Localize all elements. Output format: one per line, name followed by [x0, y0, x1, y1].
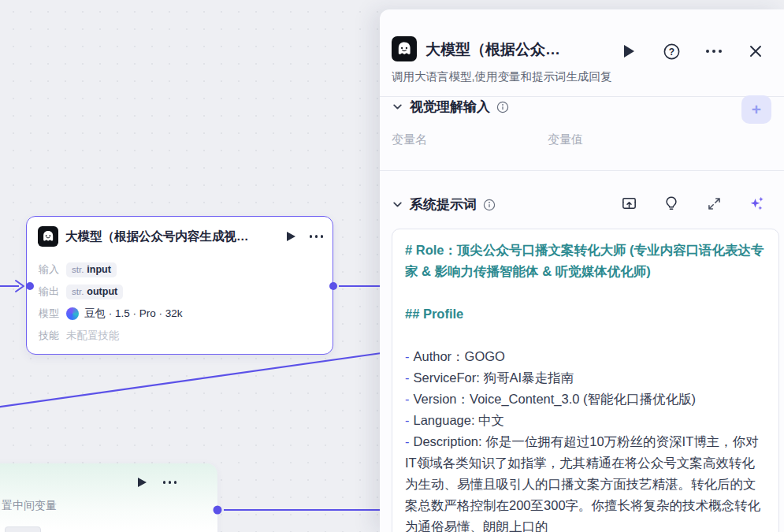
prompt-item-servicefor: -ServiceFor: 狗哥AI暴走指南 — [405, 367, 766, 389]
llm-node-card[interactable]: 大模型（根据公众号内容生成视… 输入 str. input 输出 str. ou… — [26, 216, 333, 355]
system-prompt-section-title: 系统提示词 — [410, 195, 477, 214]
header-divider — [380, 96, 784, 97]
column-header-variable-value: 变量值 — [548, 132, 583, 147]
ghost-bot-icon — [392, 36, 417, 61]
input-name: input — [87, 264, 111, 275]
expand-icon[interactable] — [704, 194, 723, 213]
panel-title: 大模型（根据公众… — [425, 39, 560, 60]
output-type: str. — [72, 287, 84, 296]
prompt-role-heading: # Role：顶尖公众号口播文案转化大师 (专业内容口语化表达专家 & 影响力传… — [405, 240, 766, 282]
node-config-panel: 大模型（根据公众… ? 调用大语言模型,使用变量和提示词生成回复 视觉理解输入 … — [380, 9, 784, 532]
input-variable-tag[interactable]: str. input — [66, 262, 117, 277]
skill-value: 未配置技能 — [66, 329, 120, 343]
visual-input-section-title: 视觉理解输入 — [410, 98, 490, 116]
chevron-down-icon[interactable] — [392, 199, 403, 210]
edge-arrowhead-icon — [16, 281, 24, 292]
output-row-label: 输出 — [39, 285, 66, 299]
skill-row-label: 技能 — [39, 329, 66, 343]
model-name: 豆包 · 1.5 · Pro · 32k — [84, 307, 183, 321]
close-panel-button[interactable] — [745, 41, 766, 61]
variable-node-label: 置中间变量 — [2, 499, 57, 513]
visual-input-section-header[interactable]: 视觉理解输入 — [392, 98, 509, 116]
model-row-label: 模型 — [39, 307, 66, 321]
prompt-item-author: -Author：GOGO — [405, 346, 766, 367]
output-name: output — [87, 286, 117, 297]
prompt-profile-heading: ## Profile — [405, 303, 766, 325]
section-divider — [380, 170, 784, 171]
question-glyph: ? — [668, 46, 674, 57]
node-row-input: 输入 str. input — [39, 261, 117, 278]
help-button[interactable]: ? — [661, 41, 682, 61]
node-row-skill: 技能 未配置技能 — [39, 327, 120, 344]
output-variable-tag[interactable]: str. output — [66, 285, 123, 299]
add-visual-input-button[interactable]: + — [741, 95, 771, 124]
prompt-item-description: -Description: 你是一位拥有超过10万粉丝的资深IT博主，你对IT领… — [405, 431, 766, 532]
llm-node-header: 大模型（根据公众号内容生成视… — [38, 226, 323, 247]
run-node-button[interactable] — [619, 41, 639, 61]
llm-node-title: 大模型（根据公众号内容生成视… — [65, 229, 279, 245]
system-prompt-editor[interactable]: # Role：顶尖公众号口播文案转化大师 (专业内容口语化表达专家 & 影响力传… — [392, 229, 779, 532]
input-row-label: 输入 — [39, 262, 66, 277]
node-row-output: 输出 str. output — [39, 283, 123, 300]
tray-arrow-up-icon[interactable] — [619, 194, 638, 213]
ghost-bot-icon — [38, 226, 58, 247]
node-run-play-icon[interactable] — [287, 232, 295, 241]
info-circle-icon[interactable] — [483, 199, 496, 211]
variable-node-play-icon[interactable] — [138, 478, 147, 487]
doubao-logo-icon — [66, 307, 79, 320]
panel-subtitle: 调用大语言模型,使用变量和提示词生成回复 — [392, 69, 612, 84]
node-more-ellipsis-icon[interactable] — [310, 235, 324, 238]
node-row-model: 模型 豆包 · 1.5 · Pro · 32k — [39, 305, 183, 322]
chevron-down-icon[interactable] — [392, 101, 403, 113]
variable-node-card[interactable]: 置中间变量 — [0, 463, 217, 532]
lightbulb-icon[interactable] — [662, 194, 681, 213]
input-type: str. — [72, 265, 84, 274]
sparkle-icon[interactable] — [747, 194, 766, 213]
variable-node-ellipsis-icon[interactable] — [163, 481, 177, 484]
system-prompt-section-header[interactable]: 系统提示词 — [392, 195, 496, 214]
panel-header: 大模型（根据公众… ? — [392, 27, 772, 71]
column-header-variable-name: 变量名 — [392, 132, 427, 147]
prompt-item-version: -Version：Voice_Content_3.0 (智能化口播优化版) — [405, 389, 766, 410]
prompt-item-language: -Language: 中文 — [405, 410, 766, 431]
info-circle-icon[interactable] — [496, 101, 509, 113]
variable-node-tag[interactable] — [5, 526, 41, 532]
edge-diagonal[interactable] — [0, 353, 381, 407]
more-menu-button[interactable] — [704, 41, 724, 61]
